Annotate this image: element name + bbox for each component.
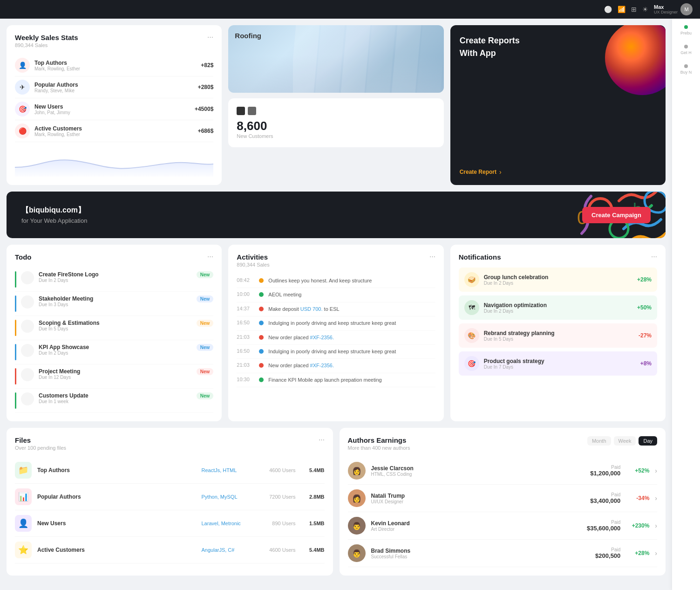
create-reports-card: Create ReportsWith App Create Report ›	[450, 25, 666, 185]
brightness-icon[interactable]: ☀	[642, 6, 648, 13]
stat-row-active-customers: 🔴 Active Customers Mark, Rowling, Esther…	[15, 120, 213, 142]
stat-row-popular-authors: ✈ Popular Authors Randy, Steve, Mike +28…	[15, 76, 213, 98]
author-avatar-jessie: 👩	[348, 462, 366, 480]
sidebar-right-item-buyn[interactable]: Buy N	[680, 64, 692, 75]
list-item: Create FireStone Logo Due In 2 Days New	[15, 268, 213, 292]
list-item: 👨 Brad Simmons Successful Fellas Paid $2…	[348, 540, 658, 567]
list-item: 🗺 Navigation optimization Due In 2 Days …	[459, 295, 657, 320]
top-authors-value: +82$	[201, 62, 213, 69]
weekly-sales-card: Weekly Sales Stats 890,344 Sales ⋯ 👤 Top…	[7, 25, 222, 185]
create-reports-title: Create ReportsWith App	[460, 34, 656, 60]
authors-earnings-card: Authors Earnings More than 400 new autho…	[340, 428, 666, 576]
new-users-icon: 🎯	[15, 102, 30, 117]
list-item: 16:50 Indulging in poorly driving and ke…	[237, 316, 435, 330]
new-users-name: New Users	[34, 103, 190, 110]
notif-icon-product: 🎯	[464, 356, 479, 371]
top-authors-icon: 👤	[15, 58, 30, 73]
sidebar-right: Prebu Get H Buy N	[672, 19, 700, 582]
activities-subtitle: 890,344 Sales	[237, 262, 269, 268]
chevron-right-icon[interactable]: ›	[655, 467, 657, 474]
list-item: Customers Update Due In 1 week New	[15, 389, 213, 413]
activity-link[interactable]: USD 700.	[300, 306, 323, 312]
activities-card: Activities 890,344 Sales ⋯ 08:42 Outline…	[228, 245, 443, 421]
author-avatar-natali: 👩	[348, 489, 366, 507]
authors-earnings-title: Authors Earnings	[348, 436, 410, 444]
topbar: ⚪ 📶 ⊞ ☀ Max UX Designer M	[0, 0, 700, 19]
files-subtitle: Over 100 pending files	[15, 445, 66, 451]
files-menu[interactable]: ⋯	[319, 436, 325, 443]
file-icon-popular-authors: 📊	[15, 488, 32, 505]
list-item: 10:30 Finance KPI Mobile app launch prep…	[237, 373, 435, 387]
user-profile[interactable]: Max UX Designer M	[654, 3, 693, 15]
notif-icon-rebrand: 🎨	[464, 328, 479, 343]
create-campaign-button[interactable]: Create Campaign	[582, 207, 651, 223]
list-item: 📁 Top Authors ReactJs, HTML 4600 Users 5…	[15, 457, 325, 484]
top-authors-name: Top Authors	[34, 60, 196, 66]
authors-earnings-subtitle: More than 400 new authors	[348, 445, 410, 451]
weekly-sales-menu[interactable]: ⋯	[207, 34, 213, 41]
stat-row-new-users: 🎯 New Users John, Pat, Jimmy +4500$	[15, 98, 213, 120]
file-icon-new-users: 👤	[15, 515, 32, 532]
notifications-menu[interactable]: ⋯	[651, 253, 657, 260]
popular-authors-name: Popular Authors	[34, 82, 193, 88]
list-item: 📊 Popular Authors Python, MySQL 7200 Use…	[15, 484, 325, 510]
grid-icon[interactable]: ⊞	[631, 6, 637, 13]
list-item: 👨 Kevin Leonard Art Director Paid $35,60…	[348, 512, 658, 540]
list-item: KPI App Showcase Due In 2 Days New	[15, 340, 213, 364]
chevron-right-icon[interactable]: ›	[655, 522, 657, 529]
chevron-right-icon[interactable]: ›	[655, 549, 657, 557]
list-item: ⭐ Active Customers AngularJS, C# 4600 Us…	[15, 537, 325, 563]
search-icon[interactable]: ⚪	[604, 6, 612, 13]
new-customers-number: 8,600	[237, 119, 435, 133]
todo-card: Todo ⋯ Create FireStone Logo Due In 2 Da…	[7, 245, 222, 421]
list-item: 16:50 Indulging in poorly driving and ke…	[237, 345, 435, 359]
activities-title: Activities	[237, 253, 269, 261]
activity-link-3[interactable]: #XF-2356.	[310, 363, 334, 368]
avatar[interactable]: M	[680, 3, 693, 15]
roofing-card: Roofing	[228, 25, 443, 93]
new-customers-label: New Customers	[237, 133, 435, 139]
create-report-link[interactable]: Create Report	[460, 169, 496, 175]
list-item: Scoping & Estimations Due In 5 Days New	[15, 316, 213, 340]
author-avatar-brad: 👨	[348, 544, 366, 562]
tab-month[interactable]: Month	[587, 436, 611, 446]
activities-menu[interactable]: ⋯	[429, 253, 435, 260]
sidebar-right-item-geth[interactable]: Get H	[680, 45, 692, 55]
active-customers-names: Mark, Rowling, Esther	[34, 132, 193, 137]
list-item: 👩 Jessie Clarcson HTML, CSS Coding Paid …	[348, 457, 658, 485]
list-item: 10:00 AEOL meeting	[237, 288, 435, 302]
activity-link-2[interactable]: #XF-2356.	[310, 335, 334, 340]
notif-icon-nav: 🗺	[464, 300, 479, 315]
active-customers-name: Active Customers	[34, 125, 193, 132]
file-icon-active-customers: ⭐	[15, 542, 32, 558]
list-item: 08:42 Outlines keep you honest. And keep…	[237, 274, 435, 288]
top-authors-names: Mark, Rowling, Esther	[34, 66, 196, 71]
tab-week[interactable]: Week	[614, 436, 636, 446]
campaign-banner: 【biqubiqu.com】 for Your Web Application …	[7, 192, 666, 238]
files-card: Files Over 100 pending files ⋯ 📁 Top Aut…	[7, 428, 333, 576]
new-users-names: John, Pat, Jimmy	[34, 110, 190, 115]
popular-authors-names: Randy, Steve, Mike	[34, 88, 193, 93]
new-users-value: +4500$	[195, 106, 213, 112]
user-name: Max	[654, 4, 678, 10]
user-role: UX Designer	[654, 10, 678, 14]
nc-icon-light	[248, 107, 256, 115]
author-avatar-kevin: 👨	[348, 517, 366, 535]
sidebar-right-item-prebu[interactable]: Prebu	[680, 25, 692, 35]
weekly-sales-title: Weekly Sales Stats	[15, 34, 78, 41]
chevron-right-icon[interactable]: ›	[655, 494, 657, 502]
todo-menu[interactable]: ⋯	[207, 253, 213, 260]
list-item: 🎯 Product goals strategy Due In 7 Days +…	[459, 351, 657, 376]
new-customers-card: 8,600 New Customers	[228, 98, 443, 147]
active-customers-value: +686$	[198, 128, 214, 134]
signal-icon[interactable]: 📶	[618, 6, 625, 13]
list-item: Project Meeting Due In 12 Days New	[15, 364, 213, 389]
nc-icon-dark	[237, 107, 245, 115]
tab-day[interactable]: Day	[639, 436, 657, 446]
list-item: 👤 New Users Laravel, Metronic 890 Users …	[15, 510, 325, 537]
files-title: Files	[15, 436, 66, 444]
weekly-sales-subtitle: 890,344 Sales	[15, 42, 78, 48]
notifications-title: Notifications	[459, 253, 501, 261]
list-item: 🥪 Group lunch celebration Due In 2 Days …	[459, 268, 657, 292]
file-icon-top-authors: 📁	[15, 462, 32, 479]
